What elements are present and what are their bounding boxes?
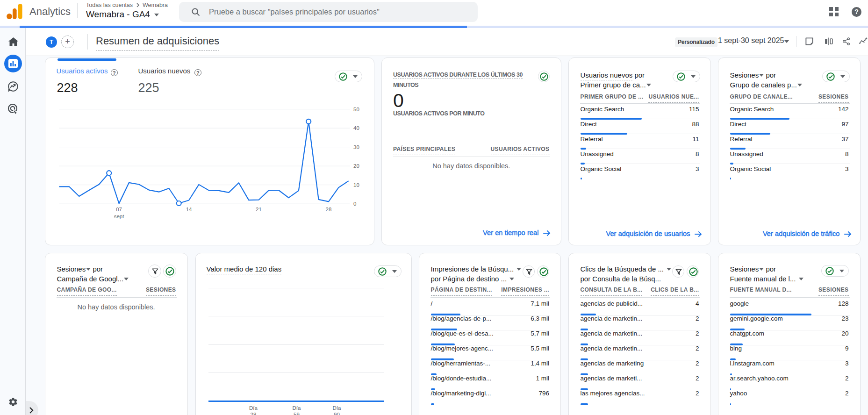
svg-text:21: 21: [256, 207, 262, 212]
svg-text:14: 14: [186, 207, 192, 212]
svg-text:0: 0: [353, 201, 356, 207]
svg-text:20: 20: [353, 163, 359, 169]
svg-text:40: 40: [353, 125, 359, 131]
svg-text:28: 28: [325, 207, 331, 212]
svg-text:30: 30: [353, 144, 359, 150]
svg-text:50: 50: [353, 107, 359, 112]
svg-text:sept: sept: [114, 214, 124, 219]
svg-text:10: 10: [353, 182, 359, 188]
svg-text:07: 07: [116, 207, 122, 212]
